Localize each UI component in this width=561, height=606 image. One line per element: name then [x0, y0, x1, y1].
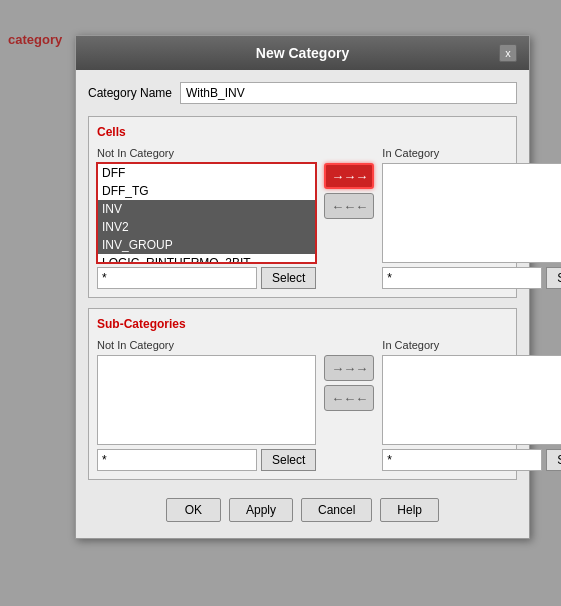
cells-in-wrap: In Category Select: [382, 147, 561, 289]
subcat-arrow-buttons: →→→ ←←←: [324, 339, 374, 411]
subcat-not-in-filter-input[interactable]: [97, 449, 257, 471]
subcat-in-select-button[interactable]: Select: [546, 449, 561, 471]
subcat-not-in-select-button[interactable]: Select: [261, 449, 316, 471]
dialog-title: New Category: [106, 45, 499, 61]
list-item[interactable]: INV_GROUP: [98, 236, 315, 254]
apply-button[interactable]: Apply: [229, 498, 293, 522]
cells-not-in-wrap: Not In Category DFF DFF_TG INV INV2 INV_…: [97, 147, 316, 289]
category-name-input[interactable]: [180, 82, 517, 104]
cells-section-title: Cells: [97, 125, 508, 139]
subcat-in-listbox[interactable]: [382, 355, 561, 445]
cells-in-select-button[interactable]: Select: [546, 267, 561, 289]
list-item[interactable]: DFF: [98, 164, 315, 182]
dialog-body: Category Name Cells Not In Category DFF …: [76, 70, 529, 538]
dialog-close-button[interactable]: x: [499, 44, 517, 62]
cells-in-listbox[interactable]: [382, 163, 561, 263]
subcategories-two-col: Not In Category Select →→→ ←←←: [97, 339, 508, 471]
ok-button[interactable]: OK: [166, 498, 221, 522]
subcat-not-in-label: Not In Category: [97, 339, 316, 351]
cells-move-left-button[interactable]: ←←←: [324, 193, 374, 219]
cells-not-in-select-button[interactable]: Select: [261, 267, 316, 289]
cells-move-left-icon: ←←←: [331, 199, 367, 214]
cells-not-in-listbox[interactable]: DFF DFF_TG INV INV2 INV_GROUP LOGIC_RINT…: [97, 163, 316, 263]
cells-not-in-label: Not In Category: [97, 147, 316, 159]
category-name-row: Category Name: [88, 82, 517, 104]
subcat-in-filter-input[interactable]: [382, 449, 542, 471]
app-background: category Cell New Category x Category Na…: [0, 0, 561, 606]
subcat-move-right-icon: →→→: [331, 361, 367, 376]
cells-arrow-buttons: →→→ ←←←: [324, 147, 374, 219]
subcat-move-right-button[interactable]: →→→: [324, 355, 374, 381]
subcat-move-left-icon: ←←←: [331, 391, 367, 406]
cells-not-in-filter-input[interactable]: [97, 267, 257, 289]
subcat-in-filter-row: Select: [382, 449, 561, 471]
subcategories-section-title: Sub-Categories: [97, 317, 508, 331]
help-button[interactable]: Help: [380, 498, 439, 522]
list-item[interactable]: DFF_TG: [98, 182, 315, 200]
new-category-dialog: New Category x Category Name Cells Not I…: [75, 35, 530, 539]
cells-in-label: In Category: [382, 147, 561, 159]
bottom-buttons-row: OK Apply Cancel Help: [88, 490, 517, 526]
subcat-not-in-listbox[interactable]: [97, 355, 316, 445]
cells-move-right-icon: →→→: [331, 169, 367, 184]
cells-in-filter-row: Select: [382, 267, 561, 289]
subcat-in-wrap: In Category Select: [382, 339, 561, 471]
subcat-move-left-button[interactable]: ←←←: [324, 385, 374, 411]
cells-section: Cells Not In Category DFF DFF_TG INV INV…: [88, 116, 517, 298]
list-item[interactable]: INV2: [98, 218, 315, 236]
dialog-titlebar: New Category x: [76, 36, 529, 70]
subcat-not-in-wrap: Not In Category Select: [97, 339, 316, 471]
subcategories-section: Sub-Categories Not In Category Select: [88, 308, 517, 480]
cells-move-right-button[interactable]: →→→: [324, 163, 374, 189]
subcat-in-label: In Category: [382, 339, 561, 351]
cells-not-in-filter-row: Select: [97, 267, 316, 289]
cells-in-filter-input[interactable]: [382, 267, 542, 289]
category-name-label: Category Name: [88, 86, 172, 100]
cancel-button[interactable]: Cancel: [301, 498, 372, 522]
list-item[interactable]: INV: [98, 200, 315, 218]
subcat-not-in-filter-row: Select: [97, 449, 316, 471]
list-item[interactable]: LOGIC_RINTHERMO_3BIT: [98, 254, 315, 263]
cells-two-col: Not In Category DFF DFF_TG INV INV2 INV_…: [97, 147, 508, 289]
